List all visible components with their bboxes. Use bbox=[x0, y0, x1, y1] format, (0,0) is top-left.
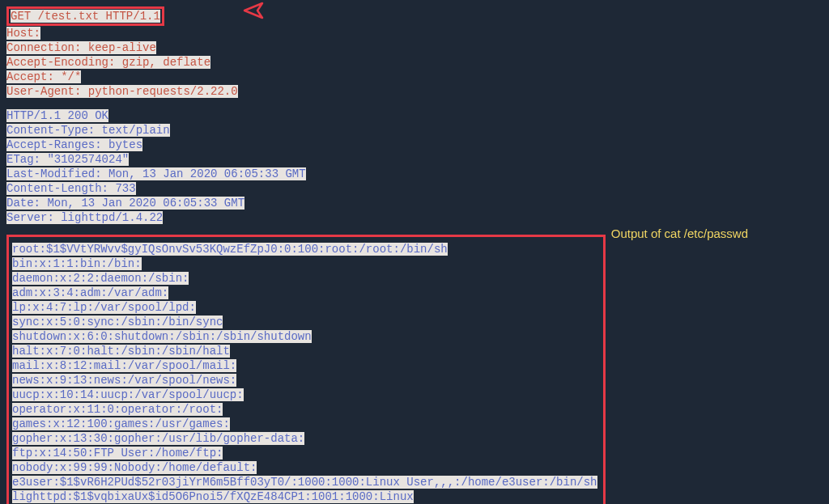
response-body-box: root:$1$VVtYRWvv$gyIQsOnvSv53KQwzEfZpJ0:… bbox=[6, 235, 606, 504]
passwd-line: sync:x:5:0:sync:/sbin:/bin/sync bbox=[12, 316, 223, 328]
http-request-accept: Accept: */* bbox=[6, 70, 81, 83]
http-request-connection: Connection: keep-alive bbox=[6, 41, 156, 54]
http-response-contentlength: Content-Length: 733 bbox=[6, 182, 136, 195]
passwd-line: nobody:x:99:99:Nobody:/home/default: bbox=[12, 461, 257, 474]
http-response-status: HTTP/1.1 200 OK bbox=[6, 109, 108, 122]
http-request-first-line-highlight: GET /test.txt HTTP/1.1 bbox=[6, 6, 164, 26]
http-request-host: Host: bbox=[6, 27, 40, 40]
http-response-server: Server: lighttpd/1.4.22 bbox=[6, 211, 163, 224]
passwd-line: uucp:x:10:14:uucp:/var/spool/uucp: bbox=[12, 388, 244, 401]
passwd-line: operator:x:11:0:operator:/root: bbox=[12, 403, 223, 416]
http-response-contenttype: Content-Type: text/plain bbox=[6, 124, 170, 137]
passwd-line: e3user:$1$vR6H2PUd$52r03jiYrM6m5Bff03yT0… bbox=[12, 476, 597, 489]
http-request-block: GET /test.txt HTTP/1.1 Host: Connection:… bbox=[6, 6, 823, 99]
passwd-line: games:x:12:100:games:/usr/games: bbox=[12, 417, 230, 430]
passwd-line: shutdown:x:6:0:shutdown:/sbin:/sbin/shut… bbox=[12, 330, 312, 343]
http-response-etag: ETag: "3102574024" bbox=[6, 153, 129, 166]
passwd-line: halt:x:7:0:halt:/sbin:/sbin/halt bbox=[12, 345, 230, 358]
http-response-block: HTTP/1.1 200 OK Content-Type: text/plain… bbox=[6, 108, 823, 225]
passwd-line: daemon:x:2:2:daemon:/sbin: bbox=[12, 272, 189, 285]
passwd-line: bin:x:1:1:bin:/bin: bbox=[12, 257, 142, 270]
passwd-line: root:$1$VVtYRWvv$gyIQsOnvSv53KQwzEfZpJ0:… bbox=[12, 243, 448, 256]
http-request-encoding: Accept-Encoding: gzip, deflate bbox=[6, 56, 210, 69]
http-response-acceptranges: Accept-Ranges: bytes bbox=[6, 138, 142, 151]
passwd-line: gopher:x:13:30:gopher:/usr/lib/gopher-da… bbox=[12, 432, 304, 445]
http-request-ua: User-Agent: python-requests/2.22.0 bbox=[6, 85, 238, 98]
passwd-line: news:x:9:13:news:/var/spool/news: bbox=[12, 374, 236, 387]
passwd-line: lighttpd:$1$vqbixaUx$id5O6Pnoi5/fXQzE484… bbox=[12, 490, 414, 504]
passwd-line: mail:x:8:12:mail:/var/spool/mail: bbox=[12, 359, 236, 372]
http-request-line: GET /test.txt HTTP/1.1 bbox=[11, 10, 160, 23]
passwd-line: adm:x:3:4:adm:/var/adm: bbox=[12, 286, 168, 299]
http-response-lastmod: Last-Modified: Mon, 13 Jan 2020 06:05:33… bbox=[6, 167, 306, 180]
annotation-label: Output of cat /etc/passwd bbox=[611, 227, 748, 240]
passwd-line: lp:x:4:7:lp:/var/spool/lpd: bbox=[12, 301, 196, 314]
passwd-line: ftp:x:14:50:FTP User:/home/ftp: bbox=[12, 447, 223, 460]
http-response-date: Date: Mon, 13 Jan 2020 06:05:33 GMT bbox=[6, 197, 244, 210]
arrow-annotation-icon bbox=[241, 2, 264, 23]
